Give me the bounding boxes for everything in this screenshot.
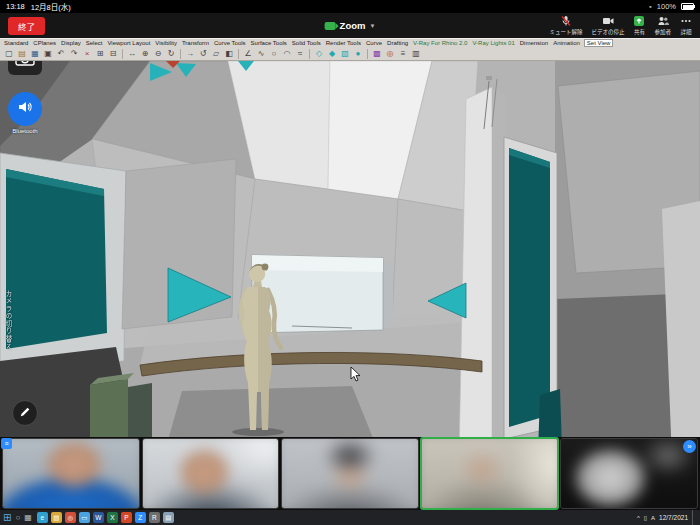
rhino-tab-v-ray-for-rhino-2-0[interactable]: V-Ray For Rhino 2.0 (412, 40, 468, 46)
box-icon[interactable]: ▧ (339, 48, 351, 60)
webcam-video-blurred (142, 438, 280, 509)
new-file-icon[interactable]: ▢ (3, 48, 15, 60)
shared-screen: 13:18 12月8日(水) ▪ 100% 終了 Zoom ▼ ミュート解除ビデ… (0, 0, 700, 525)
battery-icon (681, 3, 694, 10)
move-icon[interactable]: → (184, 48, 196, 60)
notes-taskbar-icon[interactable]: ▤ (163, 512, 174, 523)
arc-icon[interactable]: ◠ (281, 48, 293, 60)
open-file-icon[interactable]: ▤ (16, 48, 28, 60)
show-desktop-button[interactable] (692, 510, 696, 525)
rhino-tab-visibility[interactable]: Visibility (154, 40, 178, 46)
end-meeting-button[interactable]: 終了 (8, 17, 45, 35)
rhino-tab-drafting[interactable]: Drafting (386, 40, 409, 46)
scale-icon[interactable]: ▱ (210, 48, 222, 60)
next-participants-button[interactable]: » (683, 440, 696, 453)
rhino-tab-cplanes[interactable]: CPlanes (32, 40, 57, 46)
webcam-video-blurred (2, 438, 140, 509)
share-screen-button[interactable]: 共有 (633, 15, 645, 36)
more-button[interactable]: 詳細 (680, 15, 692, 36)
circle-icon[interactable]: ○ (268, 48, 280, 60)
zoom-meeting-bar: 終了 Zoom ▼ ミュート解除ビデオの停止共有参加者詳細 (0, 13, 700, 38)
print-icon[interactable]: ▣ (42, 48, 54, 60)
rhino-tab-surface-tools[interactable]: Surface Tools (250, 40, 288, 46)
battery-percent: 100% (657, 2, 676, 11)
zoom-taskbar-icon[interactable]: Z (135, 512, 146, 523)
rhino-tab-render-tools[interactable]: Render Tools (325, 40, 362, 46)
zoom-extents-icon[interactable]: ⊕ (139, 48, 151, 60)
layers-icon[interactable]: ≡ (397, 48, 409, 60)
save-file-icon[interactable]: ▦ (29, 48, 41, 60)
tray-network-icon[interactable]: ▯ (644, 514, 647, 521)
render-icon[interactable]: ▩ (371, 48, 383, 60)
polyline-icon[interactable]: ∿ (255, 48, 267, 60)
unmute-button[interactable]: ミュート解除 (549, 15, 582, 36)
redo-icon[interactable]: ↷ (68, 48, 80, 60)
sphere-icon[interactable]: ● (352, 48, 364, 60)
undo-icon[interactable]: ↶ (55, 48, 67, 60)
rhino-tab-dimension[interactable]: Dimension (519, 40, 549, 46)
participant-5-video[interactable] (560, 438, 698, 509)
search-icon[interactable]: ○ (15, 513, 20, 522)
material-icon[interactable]: ◎ (384, 48, 396, 60)
zoom-window-icon[interactable]: ⊖ (152, 48, 164, 60)
copy-icon[interactable]: ⊞ (94, 48, 106, 60)
rhino-tab-transform[interactable]: Transform (181, 40, 210, 46)
tray-expand-icon[interactable]: ^ (637, 515, 640, 521)
participant-strip (0, 437, 700, 510)
rhino-taskbar-icon[interactable]: R (149, 512, 160, 523)
task-view-icon[interactable]: ▦ (24, 513, 32, 522)
rhino-tab-curve[interactable]: Curve (365, 40, 383, 46)
chrome-taskbar-icon[interactable]: ◎ (65, 512, 76, 523)
properties-icon[interactable]: ▥ (410, 48, 422, 60)
word-taskbar-icon[interactable]: W (93, 512, 104, 523)
toolbar-separator (122, 49, 123, 59)
delete-icon[interactable]: × (81, 48, 93, 60)
participant-2-video[interactable] (142, 438, 280, 509)
line-icon[interactable]: ∠ (242, 48, 254, 60)
rotate-icon[interactable]: ↺ (197, 48, 209, 60)
start-button[interactable]: ⊞ (3, 510, 11, 525)
rhino-tab-viewport-layout[interactable]: Viewport Layout (106, 40, 151, 46)
stop-video-button[interactable]: ビデオの停止 (591, 15, 624, 36)
paste-icon[interactable]: ⊟ (107, 48, 119, 60)
mirror-icon[interactable]: ◧ (223, 48, 235, 60)
rhino-tab-set-view[interactable]: Set View (584, 39, 614, 47)
participant-1-video[interactable] (2, 438, 140, 509)
rhino-tab-v-ray-lights-01[interactable]: V-Ray Lights 01 (471, 40, 515, 46)
rotate-view-icon[interactable]: ↻ (165, 48, 177, 60)
edge-taskbar-icon[interactable]: e (37, 512, 48, 523)
rhino-tab-display[interactable]: Display (60, 40, 82, 46)
rhino-tab-curve-tools[interactable]: Curve Tools (213, 40, 247, 46)
participants-button[interactable]: 参加者 (654, 15, 671, 36)
ime-indicator[interactable]: A (651, 515, 655, 521)
taskbar-icons: e▨◎▭WXPZR▤ (37, 512, 174, 523)
surface-icon[interactable]: ◇ (313, 48, 325, 60)
system-tray: ^ ▯ A 12/7/2021 (637, 510, 696, 525)
share-icon (633, 15, 645, 27)
rhino-tab-select[interactable]: Select (85, 40, 104, 46)
vm-status-icon: ▪ (649, 2, 652, 11)
rhino-tab-solid-tools[interactable]: Solid Tools (291, 40, 322, 46)
pan-view-icon[interactable]: ↔ (126, 48, 138, 60)
people-icon (657, 15, 669, 27)
zoom-controls: ミュート解除ビデオの停止共有参加者詳細 (549, 15, 692, 36)
mail-taskbar-icon[interactable]: ▭ (79, 512, 90, 523)
speaker-icon (17, 99, 33, 119)
annotate-button[interactable] (12, 400, 38, 426)
excel-taskbar-icon[interactable]: X (107, 512, 118, 523)
bluetooth-audio-button[interactable] (8, 92, 42, 126)
toolbar-separator (180, 49, 181, 59)
powerpoint-taskbar-icon[interactable]: P (121, 512, 132, 523)
curve-icon[interactable]: ≈ (294, 48, 306, 60)
participant-4-video[interactable] (420, 437, 560, 510)
zoom-app-menu[interactable]: Zoom ▼ (325, 20, 376, 31)
folder-taskbar-icon[interactable]: ▨ (51, 512, 62, 523)
rhino-tab-standard[interactable]: Standard (3, 40, 29, 46)
windows-taskbar: ⊞ ○ ▦ e▨◎▭WXPZR▤ ^ ▯ A 12/7/2021 (0, 510, 700, 525)
extrude-icon[interactable]: ◆ (326, 48, 338, 60)
participant-3-video[interactable] (281, 438, 419, 509)
tray-clock[interactable]: 12/7/2021 (659, 514, 688, 521)
macos-status-bar: 13:18 12月8日(水) ▪ 100% (0, 0, 700, 13)
collapse-gallery-button[interactable]: ≡ (1, 438, 12, 449)
rhino-tab-animation[interactable]: Animation (552, 40, 581, 46)
